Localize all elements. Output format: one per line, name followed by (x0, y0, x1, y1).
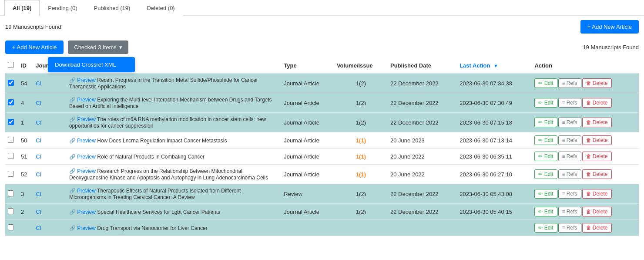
delete-button[interactable]: 🗑 Delete (582, 207, 612, 216)
row-checkbox[interactable] (8, 153, 14, 159)
journal-link[interactable]: CI (36, 209, 41, 215)
cell-journal: CI (33, 220, 67, 236)
cell-id: 50 (18, 132, 33, 149)
table-row: 2CI🔗 Preview Special Healthcare Services… (5, 204, 639, 220)
cell-last-action: 2023-06-30 05:40:15 (457, 204, 532, 220)
add-new-article-button-top[interactable]: + Add New Article (580, 20, 639, 34)
delete-button[interactable]: 🗑 Delete (582, 135, 612, 145)
journal-link[interactable]: CI (36, 100, 41, 106)
journal-link[interactable]: CI (36, 80, 41, 87)
cell-last-action: 2023-06-30 07:15:18 (457, 113, 532, 132)
refs-button[interactable]: ≡ Refs (558, 189, 581, 199)
download-crossref-xml-item[interactable]: Download Crossref XML (48, 57, 135, 72)
tab-published[interactable]: Published (19) (86, 0, 139, 16)
refs-button[interactable]: ≡ Refs (558, 207, 581, 216)
cell-action: ✏ Edit≡ Refs🗑 Delete (532, 184, 639, 204)
cell-last-action (457, 220, 532, 236)
col-header-published-date: Published Date (388, 58, 457, 73)
edit-button[interactable]: ✏ Edit (534, 78, 557, 88)
edit-button[interactable]: ✏ Edit (534, 189, 557, 199)
cell-title: 🔗 Preview Special Healthcare Services fo… (67, 204, 281, 220)
preview-link[interactable]: 🔗 Preview (69, 168, 97, 174)
row-checkbox[interactable] (8, 208, 14, 214)
refs-button[interactable]: ≡ Refs (558, 118, 581, 127)
tab-pending[interactable]: Pending (0) (40, 0, 85, 16)
select-all-checkbox[interactable] (8, 62, 14, 68)
articles-table-wrapper: ID Journal Type Volume/Issue Published D… (0, 58, 644, 236)
journal-link[interactable]: CI (36, 137, 41, 144)
cell-title: 🔗 Preview Recent Progress in the Transit… (67, 73, 281, 93)
row-checkbox[interactable] (8, 119, 14, 125)
edit-button[interactable]: ✏ Edit (534, 98, 557, 108)
preview-link[interactable]: 🔗 Preview (69, 154, 97, 160)
cell-id: 52 (18, 165, 33, 184)
cell-published-date: 22 December 2022 (388, 73, 457, 93)
edit-button[interactable]: ✏ Edit (534, 223, 557, 233)
cell-volume-issue: 1(2) (334, 93, 388, 113)
cell-title: 🔗 Preview How Does Lncrna Regulation Imp… (67, 132, 281, 149)
refs-button[interactable]: ≡ Refs (558, 135, 581, 145)
refs-button[interactable]: ≡ Refs (558, 223, 581, 233)
refs-button[interactable]: ≡ Refs (558, 78, 581, 88)
cell-id: 2 (18, 204, 33, 220)
row-checkbox[interactable] (8, 190, 14, 196)
journal-link[interactable]: CI (36, 153, 41, 160)
preview-link[interactable]: 🔗 Preview (69, 225, 97, 231)
row-checkbox[interactable] (8, 171, 14, 177)
table-row: CI🔗 Preview Drug Transport via Nanocarri… (5, 220, 639, 236)
cell-volume-issue (334, 220, 388, 236)
col-header-last-action[interactable]: Last Action ▼ (457, 58, 532, 73)
delete-button[interactable]: 🗑 Delete (582, 223, 612, 233)
edit-button[interactable]: ✏ Edit (534, 207, 557, 216)
preview-link[interactable]: 🔗 Preview (69, 188, 97, 194)
table-row: 1CI🔗 Preview The roles of m6A RNA methyl… (5, 113, 639, 132)
preview-link[interactable]: 🔗 Preview (69, 116, 97, 122)
article-title: How Does Lncrna Regulation Impact Cancer… (97, 138, 227, 144)
row-checkbox[interactable] (8, 224, 14, 230)
journal-link[interactable]: CI (36, 171, 41, 178)
article-title: Role of Natural Products in Combating Ca… (97, 154, 205, 160)
edit-button[interactable]: ✏ Edit (534, 152, 557, 161)
delete-button[interactable]: 🗑 Delete (582, 98, 612, 108)
edit-button[interactable]: ✏ Edit (534, 169, 557, 179)
refs-button[interactable]: ≡ Refs (558, 152, 581, 161)
preview-link[interactable]: 🔗 Preview (69, 209, 97, 215)
article-title: Drug Transport via Nanocarrier for Liver… (97, 225, 207, 231)
preview-link[interactable]: 🔗 Preview (69, 138, 97, 144)
tab-all[interactable]: All (19) (4, 0, 40, 16)
refs-button[interactable]: ≡ Refs (558, 169, 581, 179)
edit-button[interactable]: ✏ Edit (534, 118, 557, 127)
cell-id: 3 (18, 184, 33, 204)
row-checkbox[interactable] (8, 137, 14, 143)
preview-link[interactable]: 🔗 Preview (69, 77, 97, 83)
col-header-id: ID (18, 58, 33, 73)
cell-type: Journal Article (281, 73, 334, 93)
journal-link[interactable]: CI (36, 225, 41, 231)
checked-items-button[interactable]: Checked 3 Items ▾ (68, 41, 128, 54)
cell-journal: CI (33, 132, 67, 149)
cell-last-action: 2023-06-30 07:13:14 (457, 132, 532, 149)
preview-link[interactable]: 🔗 Preview (69, 97, 97, 103)
add-new-article-button[interactable]: + Add New Article (5, 41, 64, 54)
journal-link[interactable]: CI (36, 119, 41, 126)
delete-button[interactable]: 🗑 Delete (582, 118, 612, 127)
tab-deleted[interactable]: Deleted (0) (138, 0, 183, 16)
cell-journal: CI (33, 165, 67, 184)
cell-action: ✏ Edit≡ Refs🗑 Delete (532, 204, 639, 220)
tabs-bar: All (19) Pending (0) Published (19) Dele… (0, 0, 644, 16)
delete-button[interactable]: 🗑 Delete (582, 189, 612, 199)
refs-button[interactable]: ≡ Refs (558, 98, 581, 108)
cell-title: 🔗 Preview Research Progress on the Relat… (67, 165, 281, 184)
delete-button[interactable]: 🗑 Delete (582, 169, 612, 179)
article-title: The roles of m6A RNA methylation modific… (69, 116, 266, 129)
journal-link[interactable]: CI (36, 191, 41, 197)
delete-button[interactable]: 🗑 Delete (582, 152, 612, 161)
cell-title: 🔗 Preview The roles of m6A RNA methylati… (67, 113, 281, 132)
cell-last-action: 2023-06-30 06:35:11 (457, 149, 532, 165)
edit-button[interactable]: ✏ Edit (534, 135, 557, 145)
delete-button[interactable]: 🗑 Delete (582, 78, 612, 88)
row-checkbox[interactable] (8, 80, 14, 86)
articles-table: ID Journal Type Volume/Issue Published D… (5, 58, 639, 236)
chevron-down-icon: ▾ (119, 44, 122, 51)
row-checkbox[interactable] (8, 99, 14, 105)
